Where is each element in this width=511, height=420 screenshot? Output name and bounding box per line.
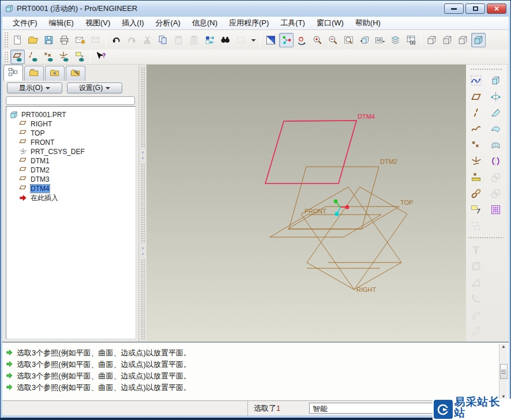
shell-tool-button[interactable] (469, 259, 483, 273)
menu-item-analysis-menu[interactable]: 分析(A) (150, 17, 186, 29)
context-help-button[interactable]: ? (93, 50, 108, 64)
tree-item-prt-csys-def[interactable]: PRT_CSYS_DEF (6, 147, 136, 156)
undo-button[interactable] (109, 33, 123, 47)
zoom-out-button[interactable] (326, 33, 340, 47)
rib-tool-button[interactable] (469, 291, 483, 306)
tree-item-dtm2[interactable]: DTM2 (6, 166, 136, 175)
menu-item-info-menu[interactable]: 信息(N) (186, 17, 223, 29)
sketch-tool-button[interactable] (469, 73, 483, 88)
merge-tool-button[interactable] (489, 170, 503, 185)
paste-button[interactable] (171, 33, 186, 47)
email-button[interactable] (73, 33, 87, 47)
new-file-button[interactable] (10, 33, 25, 47)
menu-item-insert-menu[interactable]: 插入(I) (116, 17, 149, 29)
spin-center-toggle[interactable] (279, 33, 294, 47)
chamfer-tool-button[interactable] (469, 324, 483, 338)
axis-display-toggle[interactable] (26, 50, 40, 64)
sweep-tool-button[interactable] (489, 106, 503, 120)
email-link-button[interactable] (88, 33, 103, 47)
mirror-tool-button[interactable] (489, 154, 503, 168)
model-display-button[interactable] (264, 33, 278, 47)
tree-item--[interactable]: 在此插入 (6, 193, 136, 202)
saved-views-button[interactable]: AB (373, 33, 387, 47)
selection-filter-combo[interactable]: 智能 (309, 403, 448, 414)
tab-model-tree[interactable] (3, 65, 23, 81)
tree-item-top[interactable]: TOP (6, 129, 136, 138)
regenerate-button[interactable] (202, 33, 217, 47)
plane-label-right[interactable]: RIGHT (356, 286, 377, 293)
scrollbar-thumb[interactable] (500, 364, 508, 379)
wireframe-button[interactable] (424, 33, 439, 47)
datum-point-tool-button[interactable] (469, 138, 483, 152)
hole-tool-button[interactable] (469, 243, 483, 257)
shaded-button[interactable] (471, 33, 486, 47)
tree-filter-field[interactable] (6, 96, 135, 105)
csys-display-toggle[interactable] (57, 50, 72, 64)
pattern-tool-button[interactable] (489, 202, 503, 217)
collapse-right-icon[interactable]: ›› (142, 245, 144, 257)
tab-favorites[interactable]: ✳ (45, 66, 65, 81)
maximize-button[interactable] (465, 3, 485, 14)
csys-tool-button[interactable] (469, 154, 483, 168)
style-tool-button[interactable] (489, 138, 503, 152)
annotation-tool-button[interactable] (469, 202, 483, 217)
menu-item-window-menu[interactable]: 窗口(W) (311, 17, 350, 29)
no-hidden-button[interactable] (456, 33, 470, 47)
csys-point[interactable] (345, 205, 350, 209)
menu-item-file-menu[interactable]: 文件(F) (7, 17, 43, 29)
print-button[interactable] (57, 33, 72, 47)
trim-tool-button[interactable] (489, 186, 503, 201)
minimize-button[interactable] (444, 3, 464, 14)
datum-plane-tool-button[interactable] (469, 89, 483, 104)
group-tool-button[interactable] (469, 219, 483, 233)
annotation-display-toggle[interactable] (73, 50, 87, 64)
plane-label-dtm2[interactable]: DTM2 (380, 158, 397, 165)
copy-button[interactable] (156, 33, 170, 47)
revolve-tool-button[interactable] (489, 89, 503, 104)
tab-connections[interactable] (66, 66, 85, 81)
menu-item-tools-menu[interactable]: 工具(T) (275, 17, 311, 29)
csys-point[interactable] (335, 212, 339, 216)
toolbar-grip[interactable] (4, 51, 8, 63)
menu-item-edit-menu[interactable]: 编辑(E) (43, 17, 80, 29)
round-tool-button[interactable] (469, 308, 483, 322)
refit-button[interactable] (341, 33, 356, 47)
open-file-button[interactable] (26, 33, 40, 47)
message-scrollbar[interactable]: ▲ ▼ (499, 344, 508, 399)
csys-point[interactable] (334, 200, 338, 204)
collapse-left-icon[interactable]: ‹‹ (142, 149, 144, 161)
viewport-canvas[interactable]: DTM4DTM2TOPFRONTRIGHT (146, 65, 466, 342)
layers-button[interactable] (388, 33, 403, 47)
toolbar-grip[interactable] (470, 68, 502, 71)
menu-item-view-menu[interactable]: 视图(V) (80, 17, 116, 29)
tree-item-dtm1[interactable]: DTM1 (6, 156, 136, 166)
tab-folder-browser[interactable] (24, 66, 44, 81)
settings-dropdown-button[interactable]: 设置(G) (67, 82, 122, 93)
datum-curve-tool-button[interactable] (469, 122, 483, 136)
menu-item-applications-menu[interactable]: 应用程序(P) (223, 17, 275, 29)
toolbar-grip[interactable] (4, 32, 8, 47)
tree-item-dtm3[interactable]: DTM3 (6, 175, 136, 184)
model-intent-button[interactable] (469, 186, 483, 201)
tree-item-prt0001-prt[interactable]: PRT0001.PRT (6, 110, 136, 119)
reorient-view-button[interactable] (357, 33, 371, 47)
show-dropdown-button[interactable]: 显示(O) (7, 82, 62, 93)
zoom-in-button[interactable] (310, 33, 325, 47)
save-button[interactable] (42, 33, 56, 47)
plane-label-front[interactable]: FRONT (305, 208, 326, 215)
analysis-tool-button[interactable] (469, 170, 483, 185)
panel-splitter[interactable]: ‹‹ ›› (138, 65, 146, 342)
tree-item-right[interactable]: RIGHT (6, 119, 136, 129)
find-button[interactable] (218, 33, 232, 47)
menu-item-help-menu[interactable]: 帮助(H) (350, 17, 386, 29)
hidden-line-button[interactable] (440, 33, 454, 47)
select-dropdown[interactable] (249, 33, 257, 47)
draft-tool-button[interactable] (469, 275, 483, 290)
point-display-toggle[interactable] (42, 50, 56, 64)
datum-axis-tool-button[interactable] (469, 106, 483, 120)
scroll-up-icon[interactable]: ▲ (501, 344, 506, 349)
cut-button[interactable] (140, 33, 155, 47)
tree-item-front[interactable]: FRONT (6, 138, 136, 147)
plane-label-top[interactable]: TOP (400, 199, 413, 206)
extrude-tool-button[interactable] (489, 73, 503, 88)
